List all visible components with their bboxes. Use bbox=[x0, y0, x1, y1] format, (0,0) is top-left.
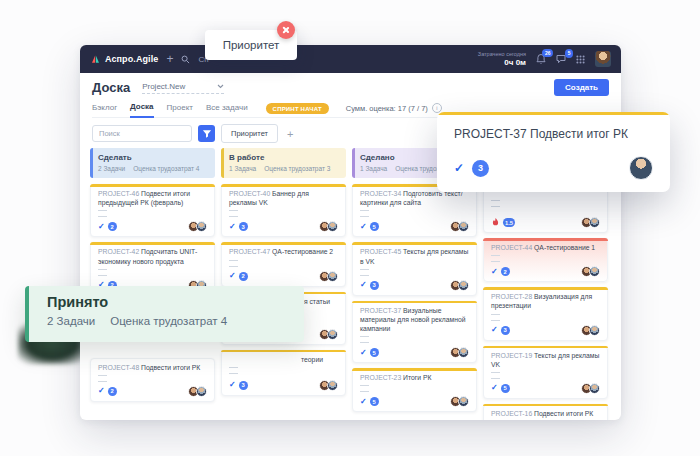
card-id: PROJECT-40 bbox=[229, 190, 272, 197]
chevron-down-icon bbox=[217, 84, 224, 89]
avatar-group bbox=[581, 325, 600, 336]
card-title: PROJECT-40 Баннер для рекламы VK bbox=[229, 189, 338, 207]
card-id: PROJECT-44 bbox=[491, 244, 534, 251]
avatar bbox=[458, 396, 469, 407]
card-footer: ✓5 bbox=[491, 383, 600, 394]
dragged-task-card[interactable]: PROJECT-37 Подвести итог РК ✓ 3 bbox=[437, 112, 670, 192]
app-window: Аспро.Agile Сп Затрачено сегодня 0ч 0м 2… bbox=[80, 45, 621, 420]
card-title: PROJECT-46 Подвести итоги предыдущей РК … bbox=[98, 189, 207, 207]
card-list: 1.5PROJECT-44 QA-тестирование 1✓2PROJECT… bbox=[483, 183, 608, 420]
card-title: PROJECT-16 Подвести итоги РК bbox=[491, 409, 600, 418]
notifications-button[interactable]: 26 bbox=[536, 54, 546, 65]
info-icon[interactable] bbox=[432, 103, 442, 113]
accepted-stats: 2 Задачи Оценка трудозатрат 4 bbox=[47, 315, 304, 327]
card-id: PROJECT-34 bbox=[360, 190, 403, 197]
tab-all-tasks[interactable]: Все задачи bbox=[206, 103, 248, 117]
sprint-summary: Сумм. оценка: 17 (7 / 7) bbox=[346, 103, 442, 113]
create-button[interactable]: Создать bbox=[554, 79, 609, 96]
app-name: Аспро.Agile bbox=[105, 54, 158, 64]
messages-button[interactable]: 5 bbox=[556, 54, 566, 64]
task-card[interactable]: PROJECT-48 Подвести итоги РК✓2 bbox=[90, 358, 215, 402]
avatar bbox=[589, 383, 600, 394]
app-logo[interactable]: Аспро.Agile bbox=[90, 54, 158, 65]
avatar bbox=[458, 280, 469, 291]
card-id: PROJECT-48 bbox=[98, 364, 141, 371]
card-title: теории bbox=[301, 355, 338, 364]
avatar-group bbox=[319, 329, 338, 340]
card-footer: ✓3 bbox=[491, 325, 600, 336]
column-accent-bar bbox=[352, 148, 355, 178]
close-icon[interactable] bbox=[277, 21, 295, 39]
task-card[interactable]: PROJECT-16 Подвести итоги РК bbox=[483, 404, 608, 420]
avatar bbox=[327, 380, 338, 391]
time-tracker[interactable]: Затрачено сегодня 0ч 0м bbox=[478, 51, 526, 67]
task-card[interactable]: PROJECT-47 QA-тестирование 2✓2 bbox=[221, 242, 346, 286]
description-icon bbox=[98, 375, 107, 382]
card-footer: ✓2 bbox=[229, 271, 338, 282]
check-icon: ✓ bbox=[98, 387, 105, 395]
task-card[interactable]: PROJECT-45 Тексты для рекламы в VK✓3 bbox=[352, 242, 477, 295]
estimate-badge: 5 bbox=[501, 384, 510, 393]
add-filter-button[interactable]: + bbox=[287, 128, 293, 140]
sprint-status-badge: СПРИНТ НАЧАТ bbox=[266, 103, 329, 114]
accepted-title: Принято bbox=[47, 294, 304, 310]
task-card[interactable]: PROJECT-28 Визуализация для презентации✓… bbox=[483, 287, 608, 340]
card-footer: ✓5 bbox=[360, 221, 469, 232]
card-id: PROJECT-28 bbox=[491, 293, 534, 300]
task-card[interactable]: PROJECT-37 Визуальные материалы для ново… bbox=[352, 301, 477, 364]
column-title: Сделать bbox=[98, 153, 207, 162]
project-name: Project.New bbox=[142, 82, 185, 91]
tab-backlog[interactable]: Бэклог bbox=[92, 103, 117, 117]
check-icon: ✓ bbox=[229, 223, 236, 231]
card-accent bbox=[483, 238, 608, 241]
description-icon bbox=[360, 269, 369, 276]
task-card[interactable]: теории✓3 bbox=[221, 350, 346, 396]
card-footer: 1.5 bbox=[491, 217, 600, 228]
apps-grid-icon[interactable] bbox=[576, 55, 585, 64]
estimate-badge: 2 bbox=[501, 267, 510, 276]
task-card[interactable]: PROJECT-19 Тексты для рекламы VK✓5 bbox=[483, 346, 608, 399]
estimate-badge: 2 bbox=[108, 387, 117, 396]
search-icon[interactable] bbox=[181, 55, 190, 64]
card-title: PROJECT-28 Визуализация для презентации bbox=[491, 292, 600, 310]
user-avatar[interactable] bbox=[595, 51, 611, 67]
column-header[interactable]: В работе1 ЗадачаОценка трудозатрат 3 bbox=[221, 148, 346, 178]
card-title: PROJECT-48 Подвести итоги РК bbox=[98, 363, 207, 372]
add-icon[interactable] bbox=[166, 53, 173, 65]
tab-project[interactable]: Проект bbox=[167, 103, 193, 117]
task-card[interactable]: PROJECT-44 QA-тестирование 1✓2 bbox=[483, 238, 608, 282]
project-selector[interactable]: Project.New bbox=[142, 82, 224, 94]
tab-board[interactable]: Доска bbox=[130, 102, 153, 118]
avatar bbox=[629, 156, 653, 180]
estimate-badge: 5 bbox=[370, 348, 379, 357]
estimate-badge: 3 bbox=[239, 381, 248, 390]
card-accent bbox=[90, 184, 215, 187]
task-card[interactable]: PROJECT-46 Подвести итоги предыдущей РК … bbox=[90, 184, 215, 237]
top-navbar: Аспро.Agile Сп Затрачено сегодня 0ч 0м 2… bbox=[80, 45, 621, 73]
card-footer: ✓2 bbox=[98, 221, 207, 232]
column-header[interactable]: Сделать2 ЗадачиОценка трудозатрат 4 bbox=[90, 148, 215, 178]
avatar bbox=[196, 386, 207, 397]
avatar bbox=[458, 221, 469, 232]
task-card[interactable]: PROJECT-23 Итоги РК✓5 bbox=[352, 368, 477, 412]
description-icon bbox=[229, 260, 238, 267]
task-card[interactable]: PROJECT-40 Баннер для рекламы VK✓3 bbox=[221, 184, 346, 237]
card-accent bbox=[221, 350, 346, 353]
filter-button[interactable] bbox=[198, 125, 215, 142]
card-id: PROJECT-16 bbox=[491, 410, 534, 417]
card-accent bbox=[90, 242, 215, 245]
task-card[interactable]: PROJECT-34 Подготовить текст/картинки дл… bbox=[352, 184, 477, 237]
avatar bbox=[589, 325, 600, 336]
accepted-task-count: 2 Задачи bbox=[47, 315, 95, 327]
search-input[interactable] bbox=[92, 125, 192, 142]
card-accent bbox=[221, 242, 346, 245]
check-icon: ✓ bbox=[360, 281, 367, 289]
check-icon: ✓ bbox=[229, 381, 236, 389]
accepted-column-ghost: Принято 2 Задачи Оценка трудозатрат 4 bbox=[25, 286, 304, 342]
check-icon: ✓ bbox=[360, 398, 367, 406]
priority-filter-chip[interactable]: Приоритет bbox=[221, 124, 278, 143]
estimate-badge: 2 bbox=[108, 222, 117, 231]
card-accent bbox=[483, 346, 608, 349]
check-icon: ✓ bbox=[360, 349, 367, 357]
description-icon bbox=[229, 367, 238, 374]
